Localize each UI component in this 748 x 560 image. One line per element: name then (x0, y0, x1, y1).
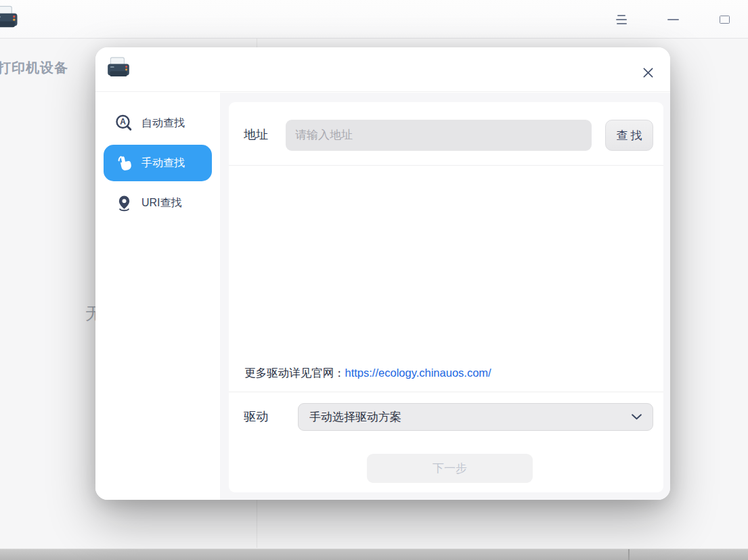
driver-note-text: 更多驱动详见官网： (244, 367, 345, 379)
printer-icon (0, 5, 20, 33)
sidebar-item-uri-search[interactable]: URI查找 (104, 185, 212, 221)
dialog-titlebar (95, 47, 670, 92)
sidebar-item-label: 自动查找 (141, 116, 185, 131)
menu-icon (616, 15, 627, 24)
close-button[interactable] (638, 62, 658, 83)
dialog-body: A 自动查找 (95, 93, 670, 500)
maximize-button[interactable] (714, 9, 734, 30)
hand-tap-icon (114, 154, 133, 172)
sidebar-item-manual-search[interactable]: 手动查找 (104, 145, 212, 181)
driver-note: 更多驱动详见官网：https://ecology.chinauos.com/ (244, 366, 491, 381)
dialog-sidebar: A 自动查找 (95, 93, 220, 500)
search-button[interactable]: 查找 (605, 120, 653, 151)
chevron-down-icon (632, 414, 642, 420)
minimize-button[interactable] (663, 9, 683, 30)
printer-icon (106, 56, 131, 82)
address-input[interactable] (286, 120, 592, 151)
driver-selected-option: 手动选择驱动方案 (309, 409, 626, 425)
divider (229, 165, 663, 166)
manual-search-panel: 地址 查找 更多驱动详见官网：https://ecology.chinauos.… (229, 102, 663, 492)
screen: 打印机设备 无 (0, 0, 748, 560)
main-window-titlebar (0, 0, 748, 39)
driver-label: 驱动 (244, 409, 268, 425)
add-printer-dialog: A 自动查找 (95, 47, 670, 500)
close-icon (642, 67, 654, 78)
location-pin-icon (114, 193, 133, 212)
page-title: 打印机设备 (0, 59, 68, 77)
window-controls (611, 0, 734, 39)
auto-search-icon: A (114, 114, 133, 133)
address-label: 地址 (244, 126, 268, 143)
sidebar-item-label: 手动查找 (141, 156, 185, 170)
minimize-icon (667, 19, 679, 20)
next-step-button[interactable]: 下一步 (367, 454, 533, 483)
sidebar-item-auto-search[interactable]: A 自动查找 (104, 105, 212, 141)
dialog-content: 地址 查找 更多驱动详见官网：https://ecology.chinauos.… (220, 93, 670, 500)
sidebar-item-label: URI查找 (141, 196, 182, 210)
bottom-edge-strip (0, 549, 748, 560)
svg-text:A: A (120, 117, 126, 126)
driver-select[interactable]: 手动选择驱动方案 (298, 403, 653, 431)
ecology-link[interactable]: https://ecology.chinauos.com/ (345, 367, 491, 379)
maximize-icon (720, 16, 730, 24)
divider (229, 392, 663, 392)
bottom-strip-divider (628, 549, 630, 560)
menu-button[interactable] (611, 9, 632, 30)
